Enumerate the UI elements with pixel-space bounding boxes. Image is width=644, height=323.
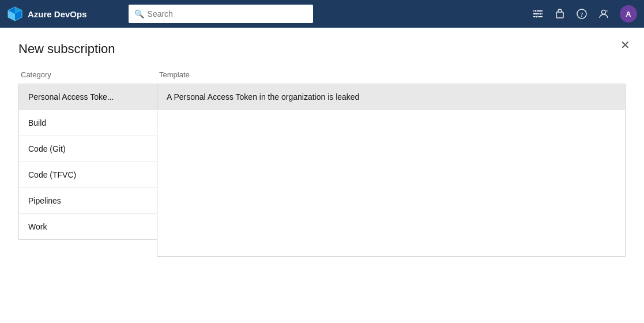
close-button[interactable]: ✕	[620, 39, 630, 51]
brand-logo[interactable]: Azure DevOps	[7, 6, 87, 22]
template-list: A Personal Access Token in the organizat…	[157, 84, 626, 257]
bag-icon[interactable]	[554, 8, 566, 20]
search-box[interactable]: 🔍	[129, 5, 313, 23]
template-item-pat-leaked[interactable]: A Personal Access Token in the organizat…	[157, 84, 625, 110]
category-item-build[interactable]: Build	[19, 110, 157, 136]
user-avatar[interactable]: A	[620, 5, 637, 22]
search-icon: 🔍	[134, 9, 144, 18]
category-item-work[interactable]: Work	[19, 214, 157, 239]
brand-name: Azure DevOps	[28, 9, 87, 19]
help-icon[interactable]: ?	[576, 8, 587, 20]
category-item-code-git[interactable]: Code (Git)	[19, 136, 157, 162]
user-settings-icon[interactable]	[598, 8, 609, 20]
template-column: Template A Personal Access Token in the …	[157, 70, 626, 257]
category-item-code-tfvc[interactable]: Code (TFVC)	[19, 162, 157, 188]
category-column-header: Category	[18, 70, 157, 79]
svg-point-9	[536, 16, 538, 18]
dialog-title: New subscription	[18, 42, 626, 57]
new-subscription-dialog: New subscription ✕ Category Personal Acc…	[0, 28, 644, 271]
category-list: Personal Access Toke...BuildCode (Git)Co…	[18, 84, 157, 240]
svg-point-14	[605, 10, 608, 12]
template-column-header: Template	[157, 70, 626, 79]
category-column: Category Personal Access Toke...BuildCod…	[18, 70, 157, 257]
category-item-pat[interactable]: Personal Access Toke...	[19, 84, 157, 110]
svg-point-13	[602, 10, 606, 14]
settings-list-icon[interactable]	[532, 8, 544, 20]
azure-devops-icon	[7, 6, 23, 22]
svg-rect-10	[556, 12, 563, 18]
category-item-pipelines[interactable]: Pipelines	[19, 188, 157, 214]
svg-point-8	[539, 13, 541, 15]
svg-text:?: ?	[581, 11, 583, 18]
search-input[interactable]	[148, 9, 307, 18]
svg-point-7	[534, 10, 537, 12]
top-navbar: Azure DevOps 🔍 ?	[0, 0, 644, 28]
nav-icon-group: ? A	[532, 5, 637, 22]
dialog-body: Category Personal Access Toke...BuildCod…	[18, 70, 626, 257]
